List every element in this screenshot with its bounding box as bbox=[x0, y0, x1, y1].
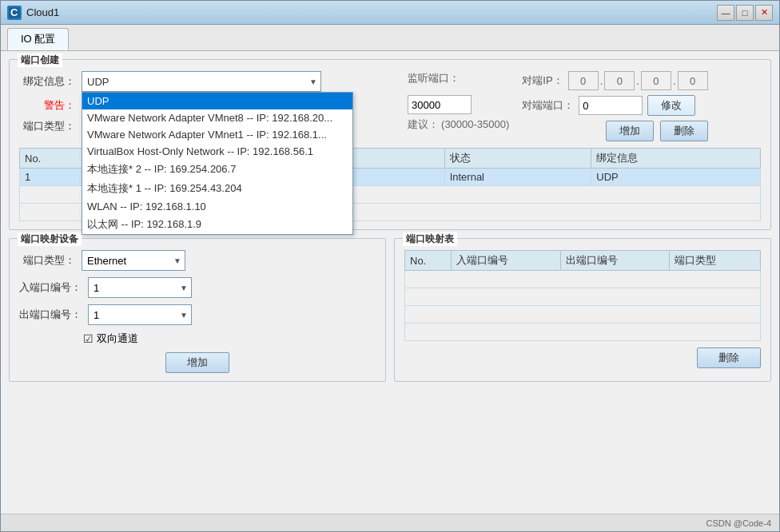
build-note-row: 建议： (30000-35000) bbox=[408, 117, 509, 132]
mapping-table: No. 入端口编号 出端口编号 端口类型 bbox=[404, 250, 761, 341]
listen-port-row: 监听端口： bbox=[408, 71, 509, 85]
port-creation-section: 端口创建 绑定信息： UDP ▼ UDP bbox=[9, 59, 771, 230]
svg-text:C: C bbox=[10, 6, 18, 18]
main-content: 端口创建 绑定信息： UDP ▼ UDP bbox=[1, 51, 779, 514]
dropdown-item-6[interactable]: WLAN -- IP: 192.168.1.10 bbox=[82, 198, 352, 215]
peer-section: 对端IP： . . . 对端 bbox=[522, 71, 707, 141]
bind-select-box: UDP ▼ UDP VMware Network Adapter VMnet8 … bbox=[82, 71, 321, 92]
dropdown-arrow-mapping: ▼ bbox=[173, 256, 181, 265]
title-buttons: — □ ✕ bbox=[717, 5, 773, 21]
port-type-label: 端口类型： bbox=[19, 119, 75, 133]
peer-port-row: 对端端口： 修改 bbox=[522, 95, 707, 116]
delete-port-button[interactable]: 删除 bbox=[660, 121, 708, 141]
maximize-button[interactable]: □ bbox=[736, 5, 754, 21]
map-col-out: 出端口编号 bbox=[560, 251, 670, 271]
mapping-delete-button[interactable]: 删除 bbox=[697, 347, 761, 368]
ip-octet-3[interactable] bbox=[641, 71, 671, 90]
in-port-row: 入端口编号： 1 ▼ bbox=[19, 277, 376, 298]
listen-port-label: 监听端口： bbox=[408, 71, 460, 85]
peer-ip-row: 对端IP： . . . bbox=[522, 71, 707, 90]
dropdown-item-7[interactable]: 以太网 -- IP: 192.168.1.9 bbox=[82, 215, 352, 234]
out-port-row: 出端口编号： 1 ▼ bbox=[19, 304, 376, 325]
checkbox-row: ☑ 双向通道 bbox=[19, 332, 376, 346]
dropdown-item-2[interactable]: VMware Network Adapter VMnet1 -- IP: 192… bbox=[82, 126, 352, 143]
port-mapping-table-title: 端口映射表 bbox=[403, 232, 457, 246]
map-col-type: 端口类型 bbox=[670, 251, 761, 271]
title-left: C Cloud1 bbox=[7, 6, 59, 20]
tab-io-config[interactable]: IO 配置 bbox=[7, 28, 69, 50]
map-col-in: 入端口编号 bbox=[452, 251, 561, 271]
window-title: Cloud1 bbox=[26, 6, 59, 18]
dropdown-arrow-out: ▼ bbox=[180, 311, 188, 320]
map-row-empty-4 bbox=[405, 324, 761, 341]
ip-group: . . . bbox=[568, 71, 708, 90]
dropdown-item-0[interactable]: UDP bbox=[82, 93, 352, 109]
dropdown-item-1[interactable]: VMware Network Adapter VMnet8 -- IP: 192… bbox=[82, 109, 352, 126]
close-button[interactable]: ✕ bbox=[755, 5, 773, 21]
ip-octet-2[interactable] bbox=[604, 71, 635, 90]
in-port-label: 入端口编号： bbox=[19, 280, 82, 295]
port-mapping-device-section: 端口映射设备 端口类型： Ethernet ▼ 入端口编号： 1 ▼ bbox=[9, 238, 386, 382]
footer-bar: CSDN @Code-4 bbox=[1, 514, 779, 531]
main-window: C Cloud1 — □ ✕ IO 配置 端口创建 绑定信息： bbox=[0, 0, 780, 532]
bind-dropdown: UDP VMware Network Adapter VMnet8 -- IP:… bbox=[82, 92, 353, 235]
add-port-button[interactable]: 增加 bbox=[606, 121, 654, 141]
dropdown-item-5[interactable]: 本地连接* 1 -- IP: 169.254.43.204 bbox=[82, 179, 352, 198]
map-col-no: No. bbox=[405, 251, 452, 271]
mapping-delete-btn-row: 删除 bbox=[404, 347, 761, 368]
bind-info-row: 绑定信息： UDP ▼ UDP VMware Network Adapter V… bbox=[19, 71, 395, 92]
port-mapping-table-section: 端口映射表 No. 入端口编号 出端口编号 端口类型 bbox=[394, 238, 771, 382]
bottom-row: 端口映射设备 端口类型： Ethernet ▼ 入端口编号： 1 ▼ bbox=[9, 238, 771, 382]
cell-bind-info: UDP bbox=[591, 169, 761, 186]
out-port-label: 出端口编号： bbox=[19, 308, 82, 322]
warning-label: 警告： bbox=[19, 98, 75, 113]
bind-select-trigger[interactable]: UDP ▼ bbox=[82, 71, 321, 92]
app-icon: C bbox=[7, 6, 22, 20]
checkbox-icon[interactable]: ☑ bbox=[83, 332, 94, 345]
out-port-select[interactable]: 1 ▼ bbox=[88, 304, 192, 325]
ip-octet-4[interactable] bbox=[678, 71, 708, 90]
add-delete-row: 增加 删除 bbox=[522, 121, 707, 141]
in-port-select[interactable]: 1 ▼ bbox=[88, 277, 192, 298]
ip-octet-1[interactable] bbox=[568, 71, 599, 90]
minimize-button[interactable]: — bbox=[717, 5, 734, 21]
dropdown-arrow: ▼ bbox=[309, 77, 317, 86]
modify-button[interactable]: 修改 bbox=[647, 95, 695, 116]
map-row-empty-1 bbox=[405, 271, 761, 288]
dropdown-item-4[interactable]: 本地连接* 2 -- IP: 169.254.206.7 bbox=[82, 160, 352, 179]
col-bind-info: 绑定信息 bbox=[591, 149, 761, 169]
checkbox-label: 双向通道 bbox=[97, 332, 138, 346]
peer-port-input[interactable] bbox=[579, 96, 643, 115]
footer-text: CSDN @Code-4 bbox=[706, 518, 771, 528]
map-row-empty-2 bbox=[405, 288, 761, 306]
peer-port-label: 对端端口： bbox=[522, 98, 574, 113]
peer-ip-label: 对端IP： bbox=[522, 73, 563, 88]
listen-section: 监听端口： 建议： (30000-35000) bbox=[408, 71, 509, 141]
mapping-add-btn-row: 增加 bbox=[19, 352, 376, 373]
build-label: 建议： bbox=[408, 118, 439, 130]
port-creation-title: 端口创建 bbox=[18, 54, 62, 67]
mapping-port-type-label: 端口类型： bbox=[19, 253, 75, 268]
tab-bar: IO 配置 bbox=[1, 25, 779, 51]
col-status: 状态 bbox=[444, 149, 591, 169]
right-controls: 监听端口： 建议： (30000-35000) 对端IP： bbox=[408, 71, 761, 141]
bind-info-label: 绑定信息： bbox=[19, 74, 75, 89]
dropdown-arrow-in: ▼ bbox=[180, 284, 188, 292]
map-row-empty-3 bbox=[405, 306, 761, 324]
port-mapping-device-title: 端口映射设备 bbox=[18, 232, 82, 246]
listen-port-value-row bbox=[408, 95, 509, 114]
mapping-add-button[interactable]: 增加 bbox=[165, 352, 229, 373]
mapping-port-type-row: 端口类型： Ethernet ▼ bbox=[19, 250, 376, 271]
build-note: (30000-35000) bbox=[441, 118, 509, 130]
dropdown-item-3[interactable]: VirtualBox Host-Only Network -- IP: 192.… bbox=[82, 143, 352, 160]
listen-port-input[interactable] bbox=[408, 95, 472, 114]
title-bar: C Cloud1 — □ ✕ bbox=[1, 1, 779, 25]
mapping-port-type-select[interactable]: Ethernet ▼ bbox=[82, 250, 185, 271]
cell-status: Internal bbox=[444, 169, 591, 186]
